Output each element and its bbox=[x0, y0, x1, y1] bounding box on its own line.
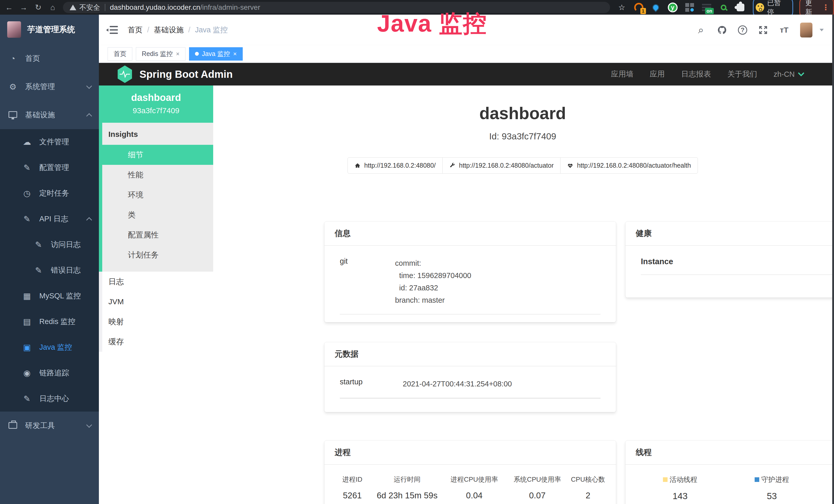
breadcrumb-current: Java 监控 bbox=[195, 25, 227, 35]
app-logo-image bbox=[7, 21, 21, 38]
back-icon[interactable]: ← bbox=[4, 2, 15, 13]
cloud-upload-icon: ☁ bbox=[22, 137, 32, 147]
tab-redis-monitor[interactable]: Redis 监控 × bbox=[136, 47, 185, 61]
fullscreen-icon[interactable] bbox=[758, 25, 768, 35]
bookmark-star-icon[interactable]: ☆ bbox=[617, 2, 627, 13]
breadcrumb-home[interactable]: 首页 bbox=[128, 25, 142, 35]
sba-menu-environment[interactable]: 环境 bbox=[102, 185, 213, 205]
sba-menu-classes[interactable]: 类 bbox=[102, 205, 213, 225]
sidebar-item-system[interactable]: ⚙ 系统管理 bbox=[0, 73, 99, 101]
sidebar-item-log-center[interactable]: ✎ 日志中心 bbox=[0, 386, 99, 412]
chevron-down-icon bbox=[86, 422, 92, 428]
sba-menu-configprops[interactable]: 配置属性 bbox=[102, 225, 213, 245]
extension-list-icon[interactable]: on bbox=[701, 2, 712, 13]
sba-insights-label: Insights bbox=[102, 123, 213, 145]
instance-title: dashboard bbox=[213, 104, 832, 123]
cpu-cores: 2 bbox=[569, 491, 607, 500]
sidebar-item-home[interactable]: ◔ 首页 bbox=[0, 44, 99, 73]
browser-menu-icon[interactable]: ⋮ bbox=[822, 3, 830, 12]
tab-java-monitor[interactable]: Java 监控 × bbox=[189, 47, 243, 61]
home-icon[interactable]: ⌂ bbox=[47, 2, 58, 13]
reload-icon[interactable]: ↻ bbox=[32, 2, 44, 13]
forward-icon[interactable]: → bbox=[18, 2, 29, 13]
app-sidebar: 芋道管理系统 ◔ 首页 ⚙ 系统管理 基础设施 ☁ 文件管理 ✎ 配置管理 bbox=[0, 15, 99, 504]
sidebar-item-error-log[interactable]: ✎ 错误日志 bbox=[0, 257, 99, 283]
sidebar-item-file[interactable]: ☁ 文件管理 bbox=[0, 129, 99, 155]
help-icon[interactable]: ? bbox=[738, 25, 747, 35]
close-icon[interactable]: × bbox=[233, 50, 237, 58]
sba-logo-icon[interactable] bbox=[117, 66, 133, 83]
sba-menu-scheduled-tasks[interactable]: 计划任务 bbox=[102, 245, 213, 265]
tags-view-bar: 首页 Redis 监控 × Java 监控 × bbox=[99, 45, 834, 63]
process-table: 进程ID 运行时间 进程CPU使用率 系统CPU使用率 CPU核心数 5261 … bbox=[333, 475, 607, 500]
sba-nav-about[interactable]: 关于我们 bbox=[727, 69, 757, 79]
link-service-url[interactable]: http://192.168.0.2:48080/ bbox=[348, 157, 443, 174]
extensions-puzzle-icon[interactable] bbox=[736, 2, 746, 13]
sba-nav-journal[interactable]: 日志报表 bbox=[681, 69, 711, 79]
sba-nav-applications[interactable]: 应用 bbox=[650, 69, 665, 79]
sidebar-item-api-log[interactable]: ✎ API 日志 bbox=[0, 206, 99, 232]
sba-menu-mappings[interactable]: 映射 bbox=[102, 312, 213, 332]
extension-search-icon[interactable] bbox=[719, 2, 729, 13]
sba-instance-block[interactable]: dashboard 93a3fc7f7409 bbox=[99, 86, 213, 123]
sidebar-item-infra[interactable]: 基础设施 bbox=[0, 101, 99, 129]
sidebar-item-config[interactable]: ✎ 配置管理 bbox=[0, 155, 99, 181]
clock-icon: ◷ bbox=[22, 188, 32, 198]
threads-peak-stat: 线程峰值 147 bbox=[818, 475, 834, 501]
url-path: /infra/admin-server bbox=[200, 3, 260, 12]
extension-c-icon[interactable]: 1 bbox=[634, 2, 644, 13]
threads-daemon-stat: 守护进程 53 bbox=[726, 475, 817, 501]
sba-menu-logfile[interactable]: 日志 bbox=[102, 272, 213, 292]
sidebar-item-redis[interactable]: ▤ Redis 监控 bbox=[0, 309, 99, 335]
sba-menu-jvm[interactable]: JVM bbox=[102, 292, 213, 312]
metadata-startup-value: 2021-04-27T00:44:31.254+08:00 bbox=[403, 378, 512, 390]
scrollbar[interactable] bbox=[832, 15, 834, 504]
card-process: 进程 进程ID 运行时间 进程CPU使用率 系统CPU使用率 CPU核心数 52… bbox=[324, 441, 616, 504]
info-git-value: commit: time: 1596289704000 id: 27aa832b… bbox=[395, 257, 471, 306]
link-actuator-url[interactable]: http://192.168.0.2:48080/actuator bbox=[442, 157, 561, 174]
user-avatar[interactable] bbox=[800, 23, 812, 38]
active-tab-dot bbox=[195, 52, 199, 56]
sba-locale-select[interactable]: zh-CN bbox=[774, 70, 804, 78]
tab-home[interactable]: 首页 bbox=[108, 47, 132, 61]
sidebar-item-java[interactable]: ▣ Java 监控 bbox=[0, 335, 99, 360]
extension-pin-icon[interactable] bbox=[651, 2, 661, 13]
peak-threads-value: 147 bbox=[818, 491, 834, 501]
address-bar[interactable]: 不安全 dashboard.yudao.iocoder.cn /infra/ad… bbox=[63, 2, 610, 13]
security-warning-icon[interactable] bbox=[70, 5, 76, 10]
sba-header: Spring Boot Admin 应用墙 应用 日志报表 关于我们 zh-CN bbox=[99, 63, 832, 86]
sba-brand-title[interactable]: Spring Boot Admin bbox=[139, 69, 233, 80]
user-menu-caret-icon[interactable] bbox=[820, 29, 824, 31]
sidebar-item-job[interactable]: ◷ 定时任务 bbox=[0, 181, 99, 206]
health-instance-row[interactable]: Instance UP bbox=[641, 257, 834, 275]
card-info-title: 信息 bbox=[324, 222, 616, 246]
text-size-icon[interactable]: тT bbox=[779, 25, 789, 35]
search-icon[interactable]: ⌕ bbox=[696, 25, 706, 35]
sba-menu-details[interactable]: 细节 bbox=[102, 145, 213, 165]
github-icon[interactable] bbox=[717, 25, 727, 35]
layers-icon: ▤ bbox=[22, 317, 32, 327]
chevron-down-icon bbox=[798, 70, 804, 76]
sidebar-item-dev-tools[interactable]: 研发工具 bbox=[0, 412, 99, 440]
sba-nav-wallboard[interactable]: 应用墙 bbox=[611, 69, 633, 79]
link-health-url[interactable]: http://192.168.0.2:48080/actuator/health bbox=[560, 157, 698, 174]
sidebar-collapse-icon[interactable] bbox=[107, 25, 118, 35]
health-instance-label: Instance bbox=[641, 257, 673, 266]
breadcrumb-infra[interactable]: 基础设施 bbox=[154, 25, 184, 35]
sba-instance-id: 93a3fc7f7409 bbox=[102, 106, 211, 115]
extension-grid-icon[interactable] bbox=[684, 2, 695, 13]
sba-menu-caches[interactable]: 缓存 bbox=[102, 332, 213, 352]
close-icon[interactable]: × bbox=[176, 50, 179, 58]
heartbeat-icon bbox=[567, 162, 573, 169]
sidebar-item-access-log[interactable]: ✎ 访问日志 bbox=[0, 232, 99, 257]
sidebar-item-mysql[interactable]: ▦ MySQL 监控 bbox=[0, 283, 99, 309]
daemon-threads-legend-icon bbox=[755, 477, 759, 482]
sidebar-item-trace[interactable]: ◉ 链路追踪 bbox=[0, 360, 99, 386]
database-grid-icon: ▦ bbox=[22, 291, 32, 301]
process-pid: 5261 bbox=[333, 491, 371, 500]
daemon-threads-value: 53 bbox=[726, 491, 817, 501]
extension-y-icon[interactable]: y bbox=[667, 2, 678, 13]
edit-icon: ✎ bbox=[34, 266, 44, 275]
sba-menu-metrics[interactable]: 性能 bbox=[102, 165, 213, 185]
app-logo-row[interactable]: 芋道管理系统 bbox=[0, 15, 99, 44]
